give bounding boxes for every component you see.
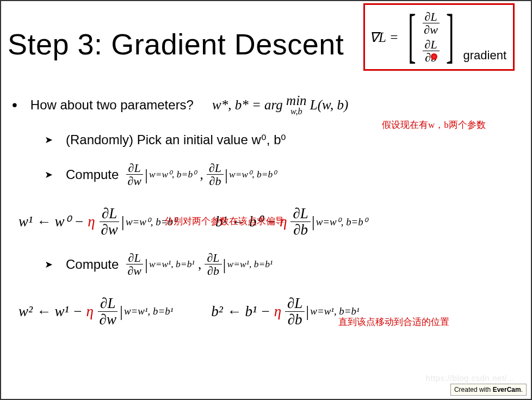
- gradient-label: gradient: [463, 48, 506, 63]
- step-1: (Randomly) Pick an initial value w⁰, b⁰: [45, 132, 520, 147]
- step-3: Compute ∂L∂w |w=w¹, b=b¹ , ∂L∂b |w=w¹, b…: [45, 251, 520, 277]
- gradient-definition-box: ∇L = [ ∂L ∂w ∂L ∂b ] gradient: [363, 3, 515, 71]
- w-update-2: w² ← w¹ − η ∂L∂w |w=w¹, b=b¹: [18, 296, 173, 327]
- annotation-2: 分别对两个参数在该点求偏导: [164, 215, 284, 227]
- argmin-eq: w*, b* = arg minw,b L(w, b): [212, 94, 348, 116]
- evercam-badge: Created with EverCam.: [450, 384, 527, 396]
- b-update-2: b² ← b¹ − η ∂L∂b |w=w¹, b=b¹: [211, 296, 359, 327]
- question-text: How about two parameters?: [30, 97, 194, 113]
- w-update-1: w¹ ← w⁰ − η ∂L∂w |w=w⁰, b=b⁰: [18, 206, 177, 237]
- slide-title: Step 3: Gradient Descent: [8, 27, 344, 61]
- compute-label-1: Compute: [66, 167, 119, 182]
- step-1-text: (Randomly) Pick an initial value w⁰, b⁰: [66, 132, 287, 147]
- laser-pointer-icon: [431, 53, 437, 60]
- watermark: https://blog.csdn.net/...: [426, 373, 515, 383]
- compute-eq-1: ∂L∂w |w=w⁰, b=b⁰ , ∂L∂b |w=w⁰, b=b⁰: [125, 162, 276, 187]
- nabla-L: ∇L =: [369, 29, 399, 45]
- dL-db: ∂L ∂b: [422, 38, 440, 64]
- annotation-1: 假设现在有w，b两个参数: [382, 119, 486, 131]
- annotation-3: 直到该点移动到合适的位置: [338, 316, 449, 328]
- question-row: How about two parameters? w*, b* = arg m…: [12, 94, 520, 116]
- left-bracket: [: [408, 8, 416, 66]
- compute-label-2: Compute: [66, 257, 119, 272]
- slide: Step 3: Gradient Descent ∇L = [ ∂L ∂w ∂L…: [0, 0, 532, 400]
- step-2: Compute ∂L∂w |w=w⁰, b=b⁰ , ∂L∂b |w=w⁰, b…: [45, 162, 520, 187]
- right-bracket: ]: [446, 8, 454, 66]
- dL-dw: ∂L ∂w: [422, 10, 440, 36]
- compute-eq-2: ∂L∂w |w=w¹, b=b¹ , ∂L∂b |w=w¹, b=b¹: [125, 251, 273, 277]
